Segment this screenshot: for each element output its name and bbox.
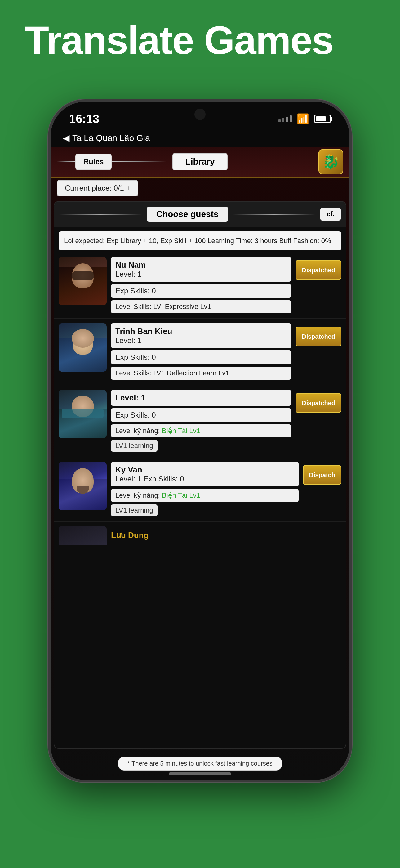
dispatch-button-text: Dispatch <box>309 471 335 479</box>
volume-up-button <box>48 207 50 229</box>
char-name: Trinh Ban Kieu <box>115 327 287 336</box>
top-navigation-bar: Rules Library 🐉 <box>51 147 349 178</box>
avatar <box>59 323 107 372</box>
char-name: Nu Nam <box>115 260 287 270</box>
avatar-partial <box>59 526 107 545</box>
char-exp: Exp Skills: 0 <box>115 411 287 420</box>
status-icons: 📶 <box>278 113 331 125</box>
choose-guests-header: Choose guests cf. <box>54 202 346 227</box>
char-skills-green: Biện Tài Lv1 <box>162 427 200 435</box>
character-card: Level: 1 Exp Skills: 0 Level kỹ năng: Bi… <box>54 385 346 457</box>
dispatch-button[interactable]: Dispatched <box>296 393 341 413</box>
char-skills-prefix: Level kỹ năng: <box>115 427 162 435</box>
silent-button <box>48 285 50 322</box>
char-skills-prefix: Level kỹ năng: <box>115 491 162 499</box>
phone-frame: 16:13 📶 ◀ Ta Là Quan <box>48 99 352 782</box>
avatar <box>59 390 107 438</box>
back-arrow-icon: ◀ <box>63 133 70 143</box>
dispatch-button-text: Dispatched <box>302 332 335 341</box>
character-card: Trinh Ban Kieu Level: 1 Exp Skills: 0 Le… <box>54 318 346 385</box>
signal-icon <box>278 116 292 122</box>
char-learning: LV1 learning <box>115 506 153 514</box>
char-info: Level: 1 Exp Skills: 0 Level kỹ năng: Bi… <box>111 390 291 452</box>
choose-guests-title: Choose guests <box>147 207 228 222</box>
cf-badge: cf. <box>320 208 341 221</box>
char-exp: Exp Skills: 0 <box>115 286 287 295</box>
char-skills-green: Biện Tài Lv1 <box>162 491 200 499</box>
current-place-badge: Current place: 0/1 + <box>57 180 138 196</box>
wifi-icon: 📶 <box>297 113 309 125</box>
battery-icon <box>314 115 331 123</box>
info-text: Loi expected: Exp Library + 10, Exp Skil… <box>64 236 336 246</box>
dispatch-button-text: Dispatched <box>302 266 335 274</box>
volume-down-button <box>48 239 50 276</box>
character-card: Nu Nam Level: 1 Exp Skills: 0 Level Skil… <box>54 252 346 318</box>
dragon-emblem: 🐉 <box>319 149 343 174</box>
home-indicator <box>169 772 231 775</box>
partial-character-card: Lưu Dung <box>54 522 346 549</box>
dispatch-button-text: Dispatched <box>302 399 335 407</box>
dispatch-button[interactable]: Dispatched <box>296 327 341 346</box>
page-title: Translate Games <box>25 19 333 62</box>
bottom-notice: * There are 5 minutes to unlock fast lea… <box>118 756 282 771</box>
char-level: Level: 1 <box>115 270 287 278</box>
current-place-bar: Current place: 0/1 + <box>57 180 138 196</box>
char-level: Level: 1 <box>115 336 287 345</box>
main-panel: Choose guests cf. Loi expected: Exp Libr… <box>54 201 346 749</box>
character-list[interactable]: Nu Nam Level: 1 Exp Skills: 0 Level Skil… <box>54 252 346 736</box>
avatar <box>59 257 107 305</box>
back-nav[interactable]: ◀ Ta Là Quan Lão Gia <box>63 133 150 143</box>
bottom-notice-text: * There are 5 minutes to unlock fast lea… <box>128 760 272 767</box>
char-name: Ky Van <box>115 465 294 475</box>
char-learning: LV1 learning <box>115 442 153 450</box>
rules-button[interactable]: Rules <box>75 154 112 170</box>
char-skills: Level Skills: LV1 Reflection Learn Lv1 <box>115 369 287 377</box>
partial-char-name: Lưu Dung <box>111 531 148 540</box>
character-card: Ky Van Level: 1 Exp Skills: 0 Level kỹ n… <box>54 457 346 522</box>
char-info: Nu Nam Level: 1 Exp Skills: 0 Level Skil… <box>111 257 291 313</box>
page-header: Translate Games <box>25 19 333 62</box>
avatar <box>59 462 107 510</box>
game-area: Rules Library 🐉 Current place: 0/1 + Cho… <box>51 147 349 780</box>
dispatch-button[interactable]: Dispatched <box>296 260 341 280</box>
status-time: 16:13 <box>69 113 99 126</box>
camera-notch <box>194 108 206 120</box>
char-exp: Exp Skills: 0 <box>115 353 287 362</box>
char-level: Level: 1 <box>115 393 287 403</box>
back-label: Ta Là Quan Lão Gia <box>72 133 150 143</box>
power-button <box>350 251 352 301</box>
phone-screen: 16:13 📶 ◀ Ta Là Quan <box>51 102 349 780</box>
library-label: Library <box>172 153 228 170</box>
char-level-exp: Level: 1 Exp Skills: 0 <box>115 475 294 483</box>
info-box: Loi expected: Exp Library + 10, Exp Skil… <box>59 231 341 250</box>
dispatch-button[interactable]: Dispatch <box>303 465 341 485</box>
char-skills: Level Skills: LVI Expressive Lv1 <box>115 303 287 311</box>
char-info: Trinh Ban Kieu Level: 1 Exp Skills: 0 Le… <box>111 323 291 380</box>
char-info: Ky Van Level: 1 Exp Skills: 0 Level kỹ n… <box>111 462 299 516</box>
